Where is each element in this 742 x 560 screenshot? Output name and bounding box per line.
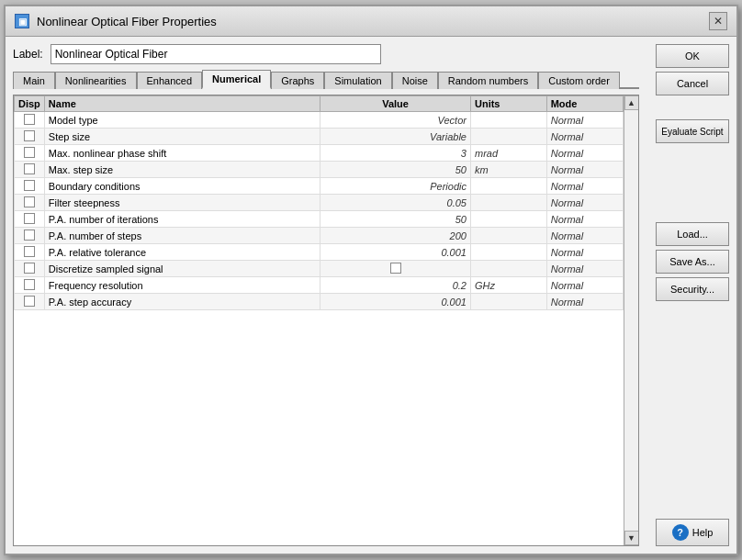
disp-checkbox[interactable] [24, 180, 35, 191]
table-row: Filter steepness0.05Normal [15, 195, 624, 211]
disp-cell[interactable] [15, 162, 45, 178]
units-cell [470, 178, 546, 195]
name-cell: Model type [44, 112, 320, 129]
disp-cell[interactable] [15, 178, 45, 195]
scroll-up-arrow[interactable]: ▲ [624, 95, 639, 110]
disp-cell[interactable] [15, 228, 45, 244]
close-button[interactable]: ✕ [709, 12, 727, 30]
label-input[interactable] [51, 44, 381, 64]
value-checkbox[interactable] [390, 263, 401, 274]
table-row: Model typeVectorNormal [15, 112, 624, 129]
units-cell [470, 195, 546, 211]
table-container: Disp Name Value Units Mode Model typeVec… [13, 95, 639, 546]
mode-cell: Normal [546, 244, 623, 261]
tab-simulation[interactable]: Simulation [324, 72, 391, 89]
disp-cell[interactable] [15, 277, 45, 294]
save-as-button[interactable]: Save As... [656, 250, 729, 274]
security-button[interactable]: Security... [656, 277, 729, 301]
tab-main[interactable]: Main [13, 72, 55, 89]
right-buttons: OK Cancel Eyaluate Script Load... Save A… [646, 44, 729, 546]
help-icon: ? [672, 524, 689, 541]
name-cell: Frequency resolution [44, 277, 320, 294]
value-cell: Variable [320, 129, 471, 145]
mode-cell: Normal [546, 112, 623, 129]
disp-checkbox[interactable] [24, 279, 35, 290]
name-cell: Filter steepness [44, 195, 320, 211]
disp-checkbox[interactable] [24, 163, 35, 174]
mode-cell: Normal [546, 277, 623, 294]
tab-random-numbers[interactable]: Random numbers [438, 72, 538, 89]
mode-cell: Normal [546, 261, 623, 277]
disp-checkbox[interactable] [24, 130, 35, 141]
units-cell [470, 112, 546, 129]
units-cell: mrad [470, 145, 546, 162]
disp-checkbox[interactable] [24, 296, 35, 307]
tab-graphs[interactable]: Graphs [271, 72, 324, 89]
name-cell: P.A. step accuracy [44, 294, 320, 310]
label-label: Label: [13, 48, 43, 61]
title-bar-left: ▣ Nonlinear Optical Fiber Properties [15, 14, 217, 28]
cancel-button[interactable]: Cancel [656, 72, 729, 95]
ok-button[interactable]: OK [656, 44, 729, 68]
disp-cell[interactable] [15, 112, 45, 129]
title-bar: ▣ Nonlinear Optical Fiber Properties ✕ [6, 6, 736, 37]
value-cell[interactable] [320, 261, 471, 277]
units-cell [470, 244, 546, 261]
disp-checkbox[interactable] [24, 196, 35, 207]
table-scroll[interactable]: Disp Name Value Units Mode Model typeVec… [14, 95, 624, 545]
tab-noise[interactable]: Noise [392, 72, 438, 89]
value-cell: 50 [320, 211, 471, 228]
units-cell: GHz [470, 277, 546, 294]
dialog-title: Nonlinear Optical Fiber Properties [37, 15, 217, 28]
name-cell: Step size [44, 129, 320, 145]
disp-cell[interactable] [15, 294, 45, 310]
scroll-down-arrow[interactable]: ▼ [624, 531, 639, 545]
name-cell: P.A. number of iterations [44, 211, 320, 228]
mode-cell: Normal [546, 294, 623, 310]
disp-cell[interactable] [15, 211, 45, 228]
value-cell: 0.2 [320, 277, 471, 294]
evaluate-script-button[interactable]: Eyaluate Script [656, 119, 729, 143]
table-row: Frequency resolution0.2GHzNormal [15, 277, 624, 294]
name-cell: P.A. number of steps [44, 228, 320, 244]
label-row: Label: [13, 44, 639, 64]
disp-cell[interactable] [15, 145, 45, 162]
tab-enhanced[interactable]: Enhanced [137, 72, 203, 89]
value-cell: 3 [320, 145, 471, 162]
dialog-icon: ▣ [15, 14, 29, 28]
btn-group-top: OK Cancel [656, 44, 729, 95]
disp-checkbox[interactable] [24, 263, 35, 274]
disp-checkbox[interactable] [24, 246, 35, 257]
tab-custom-order[interactable]: Custom order [538, 72, 620, 89]
help-button[interactable]: ? Help [656, 519, 729, 546]
dialog-body: Label: Main Nonlinearities Enhanced Nume… [6, 37, 736, 554]
disp-cell[interactable] [15, 244, 45, 261]
disp-cell[interactable] [15, 129, 45, 145]
disp-checkbox[interactable] [24, 114, 35, 125]
disp-checkbox[interactable] [24, 230, 35, 241]
table-row: P.A. relative tolerance0.001Normal [15, 244, 624, 261]
load-button[interactable]: Load... [656, 222, 729, 246]
units-cell: km [470, 162, 546, 178]
units-cell [470, 211, 546, 228]
disp-checkbox[interactable] [24, 213, 35, 224]
help-label: Help [692, 527, 714, 538]
mode-cell: Normal [546, 211, 623, 228]
properties-table: Disp Name Value Units Mode Model typeVec… [14, 95, 624, 310]
disp-cell[interactable] [15, 261, 45, 277]
name-cell: Boundary conditions [44, 178, 320, 195]
tab-nonlinearities[interactable]: Nonlinearities [55, 72, 137, 89]
scrollbar[interactable]: ▲ ▼ [624, 95, 638, 545]
tabs-container: Main Nonlinearities Enhanced Numerical G… [13, 70, 639, 89]
name-cell: Discretize sampled signal [44, 261, 320, 277]
disp-checkbox[interactable] [24, 147, 35, 158]
mode-cell: Normal [546, 162, 623, 178]
table-row: Max. step size50kmNormal [15, 162, 624, 178]
table-row: Discretize sampled signalNormal [15, 261, 624, 277]
disp-cell[interactable] [15, 195, 45, 211]
right-panel: OK Cancel Eyaluate Script Load... Save A… [646, 44, 729, 546]
dialog-window: ▣ Nonlinear Optical Fiber Properties ✕ L… [4, 5, 738, 555]
col-header-mode: Mode [546, 96, 623, 112]
value-cell: 50 [320, 162, 471, 178]
tab-numerical[interactable]: Numerical [202, 70, 271, 89]
